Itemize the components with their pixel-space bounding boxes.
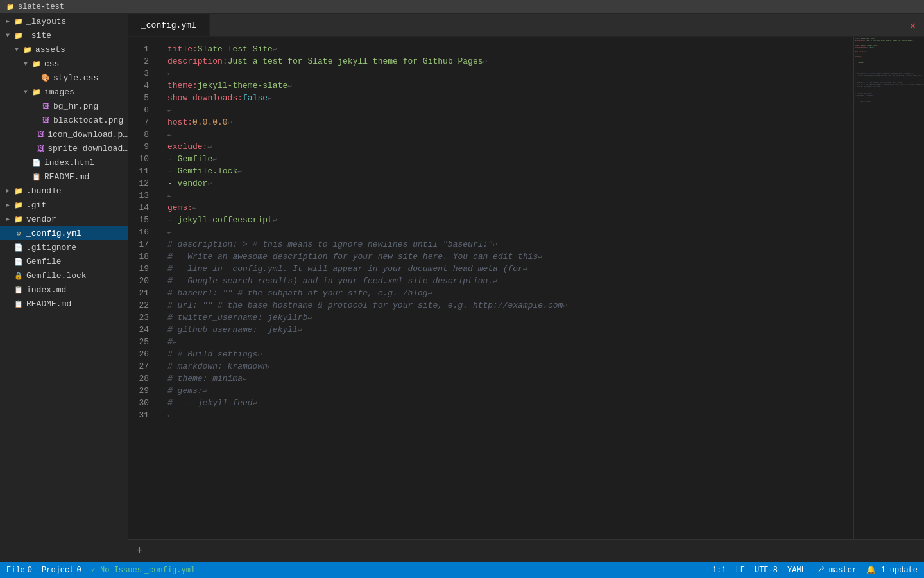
sidebar-item-label: blacktocat.png [53, 116, 123, 125]
line-number: 29 [128, 385, 157, 397]
no-issues-text: ✓ No Issues [91, 565, 142, 575]
line-ending[interactable]: LF [736, 566, 745, 575]
html-icon: 📄 [31, 159, 42, 167]
sidebar-item-label: README.md [26, 299, 71, 309]
line-number: 3 [128, 67, 157, 80]
status-left: File 0 Project 0 ✓ No Issues _config.yml [6, 565, 195, 575]
sidebar-item-_config.yml[interactable]: ⚙_config.yml [0, 226, 128, 240]
folder-arrow-icon: ▶ [3, 187, 13, 195]
line-number: 6 [128, 104, 157, 116]
code-line[interactable]: # # Build settings↵ [167, 348, 853, 360]
code-container[interactable]: 1234567891011121314151617181920212223242… [128, 37, 924, 539]
code-content[interactable]: title: Slate Test Site↵description: Just… [157, 37, 853, 539]
png-icon: 🖼 [35, 130, 46, 139]
update-indicator[interactable]: 🔔 1 update [866, 565, 918, 575]
sidebar-item-style.css[interactable]: 🎨style.css [0, 71, 128, 85]
sidebar-item-css[interactable]: ▼📁css [0, 57, 128, 71]
code-line[interactable]: - vendor↵ [167, 177, 853, 189]
sidebar-item-label: _config.yml [26, 229, 81, 238]
add-tab-button[interactable]: + [128, 540, 151, 563]
code-line[interactable]: theme: jekyll-theme-slate↵ [167, 80, 853, 92]
code-line[interactable]: ↵ [167, 226, 853, 238]
folder-arrow-icon: ▼ [12, 46, 22, 53]
sidebar-item-git[interactable]: ▶📁.git [0, 198, 128, 212]
file-status[interactable]: File 0 [6, 566, 32, 575]
sidebar-item-label: README.md [44, 172, 89, 182]
tab-footer: + [128, 539, 924, 562]
no-issues-status[interactable]: ✓ No Issues _config.yml [91, 565, 195, 575]
line-number: 23 [128, 311, 157, 324]
sidebar-item-label: .bundle [26, 186, 62, 196]
folder-arrow-icon: ▶ [3, 215, 13, 223]
sidebar-item-README.md-root[interactable]: 📋README.md [0, 297, 128, 311]
sidebar-item-bundle[interactable]: ▶📁.bundle [0, 184, 128, 198]
line-number: 15 [128, 214, 157, 226]
git-branch[interactable]: ⎇ master [816, 565, 857, 575]
line-number: 21 [128, 287, 157, 299]
code-line[interactable]: ↵ [167, 128, 853, 141]
code-line[interactable]: # Google search results) and in your fee… [167, 275, 853, 287]
encoding[interactable]: UTF-8 [755, 566, 778, 575]
code-line[interactable]: # - jekyll-feed↵ [167, 397, 853, 409]
code-line[interactable]: exclude:↵ [167, 141, 853, 153]
line-number: 13 [128, 189, 157, 202]
code-line[interactable]: - Gemfile.lock↵ [167, 165, 853, 177]
folder-arrow-icon: ▼ [21, 60, 31, 67]
position-indicator[interactable]: 1:1 [712, 566, 726, 575]
sidebar-item-layouts[interactable]: ▶📁_layouts [0, 14, 128, 28]
sidebar-item-README.md[interactable]: 📋README.md [0, 170, 128, 184]
code-line[interactable]: # gems:↵ [167, 385, 853, 397]
folder-icon: 📁 [13, 17, 24, 26]
sidebar-item-.gitignore[interactable]: 📄.gitignore [0, 240, 128, 254]
code-line[interactable]: #↵ [167, 336, 853, 348]
code-line[interactable]: - Gemfile↵ [167, 153, 853, 165]
code-line[interactable]: # twitter_username: jekyllrb↵ [167, 311, 853, 324]
code-line[interactable]: - jekyll-coffeescript↵ [167, 214, 853, 226]
code-line[interactable]: description: Just a test for Slate jekyl… [167, 55, 853, 67]
sidebar-item-index.html[interactable]: 📄index.html [0, 155, 128, 170]
sidebar-item-index.md[interactable]: 📋index.md [0, 283, 128, 297]
code-line[interactable]: # baseurl: "" # the subpath of your site… [167, 287, 853, 299]
code-line[interactable]: # url: "" # the base hostname & protocol… [167, 299, 853, 311]
sidebar-item-bg_hr.png[interactable]: 🖼bg_hr.png [0, 99, 128, 113]
sidebar-item-icon_download.png[interactable]: 🖼icon_download.p… [0, 127, 128, 141]
sidebar-item-blacktocat.png[interactable]: 🖼blacktocat.png [0, 113, 128, 127]
code-line[interactable]: # description: > # this means to ignore … [167, 238, 853, 250]
code-line[interactable]: ↵ [167, 104, 853, 116]
sidebar-item-assets[interactable]: ▼📁assets [0, 42, 128, 57]
sidebar-item-label: sprite_download… [47, 144, 128, 153]
code-line[interactable]: title: Slate Test Site↵ [167, 43, 853, 55]
sidebar-item-label: _layouts [26, 17, 66, 26]
code-line[interactable]: gems:↵ [167, 202, 853, 214]
sidebar-item-vendor[interactable]: ▶📁vendor [0, 212, 128, 226]
language-mode[interactable]: YAML [787, 566, 806, 575]
yaml-icon: ⚙ [13, 229, 24, 238]
lock-icon: 🔒 [13, 272, 24, 280]
folder-arrow-icon: ▼ [3, 32, 13, 39]
line-number: 17 [128, 238, 157, 250]
sidebar-item-Gemfile.lock[interactable]: 🔒Gemfile.lock [0, 268, 128, 283]
sidebar-item-label: images [44, 87, 74, 97]
close-button[interactable]: ✕ [902, 14, 924, 37]
sidebar-item-sprite_download[interactable]: 🖼sprite_download… [0, 141, 128, 155]
sidebar-item-label: .gitignore [26, 243, 76, 252]
project-status[interactable]: Project 0 [42, 566, 81, 575]
code-line[interactable]: ↵ [167, 67, 853, 80]
folder-icon: 📁 [13, 215, 24, 223]
sidebar-item-site[interactable]: ▼📁_site [0, 28, 128, 42]
code-line[interactable]: ↵ [167, 189, 853, 202]
code-line[interactable]: # Write an awesome description for your … [167, 250, 853, 263]
code-line[interactable]: # theme: minima↵ [167, 372, 853, 385]
code-line[interactable]: ↵ [167, 409, 853, 421]
code-line[interactable]: # markdown: kramdown↵ [167, 360, 853, 372]
folder-icon: 📁 [13, 31, 24, 40]
line-number: 27 [128, 360, 157, 372]
code-line[interactable]: # github_username: jekyll↵ [167, 324, 853, 336]
code-line[interactable]: # line in _config.yml. It will appear in… [167, 263, 853, 275]
tab-config-yml[interactable]: _config.yml [128, 14, 210, 36]
code-line[interactable]: show_downloads: false↵ [167, 92, 853, 104]
sidebar-item-label: _site [26, 31, 51, 40]
sidebar-item-images[interactable]: ▼📁images [0, 85, 128, 99]
code-line[interactable]: host: 0.0.0.0↵ [167, 116, 853, 128]
sidebar-item-Gemfile[interactable]: 📄Gemfile [0, 254, 128, 268]
